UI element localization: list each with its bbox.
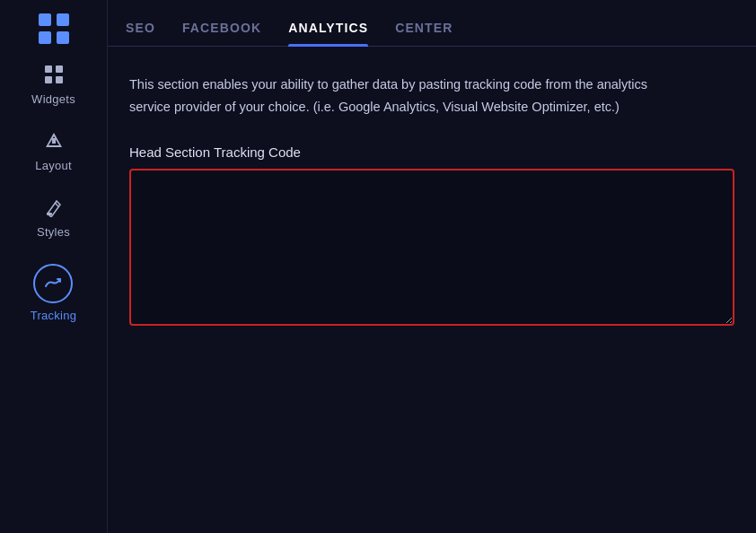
svg-rect-1 — [57, 13, 69, 26]
head-section-label: Head Section Tracking Code — [129, 144, 734, 160]
app-logo[interactable] — [34, 9, 74, 48]
widgets-icon — [44, 65, 64, 87]
sidebar-item-styles-label: Styles — [37, 225, 70, 239]
svg-rect-6 — [45, 76, 52, 83]
layout-icon — [44, 131, 64, 153]
svg-rect-3 — [57, 31, 69, 44]
tracking-icon-circle — [33, 264, 73, 303]
tab-analytics[interactable]: ANALYTICS — [288, 21, 368, 46]
tab-bar: SEO FACEBOOK ANALYTICS CENTER — [108, 0, 756, 47]
tab-facebook[interactable]: FACEBOOK — [182, 21, 261, 46]
svg-rect-2 — [39, 31, 51, 44]
head-section-tracking-textarea[interactable] — [129, 169, 734, 326]
sidebar-item-styles[interactable]: Styles — [37, 197, 70, 239]
tab-seo[interactable]: SEO — [126, 21, 155, 46]
svg-rect-5 — [56, 66, 63, 73]
sidebar: Widgets Layout Styles — [0, 0, 108, 533]
svg-line-11 — [55, 203, 58, 206]
sidebar-item-layout[interactable]: Layout — [35, 131, 72, 172]
sidebar-item-tracking[interactable]: Tracking — [31, 264, 76, 322]
svg-rect-7 — [56, 76, 63, 83]
svg-rect-12 — [47, 213, 52, 215]
styles-icon — [44, 197, 64, 220]
section-description: This section enables your ability to gat… — [129, 74, 668, 118]
content-area: This section enables your ability to gat… — [108, 47, 756, 533]
tab-center[interactable]: CENTER — [395, 21, 453, 46]
sidebar-item-widgets-label: Widgets — [31, 92, 75, 106]
svg-rect-10 — [52, 138, 56, 144]
main-panel: SEO FACEBOOK ANALYTICS CENTER This secti… — [108, 0, 756, 533]
svg-rect-4 — [45, 66, 52, 73]
sidebar-item-widgets[interactable]: Widgets — [31, 65, 75, 106]
sidebar-item-layout-label: Layout — [35, 159, 72, 172]
svg-rect-0 — [39, 13, 51, 26]
sidebar-item-tracking-label: Tracking — [31, 309, 76, 322]
